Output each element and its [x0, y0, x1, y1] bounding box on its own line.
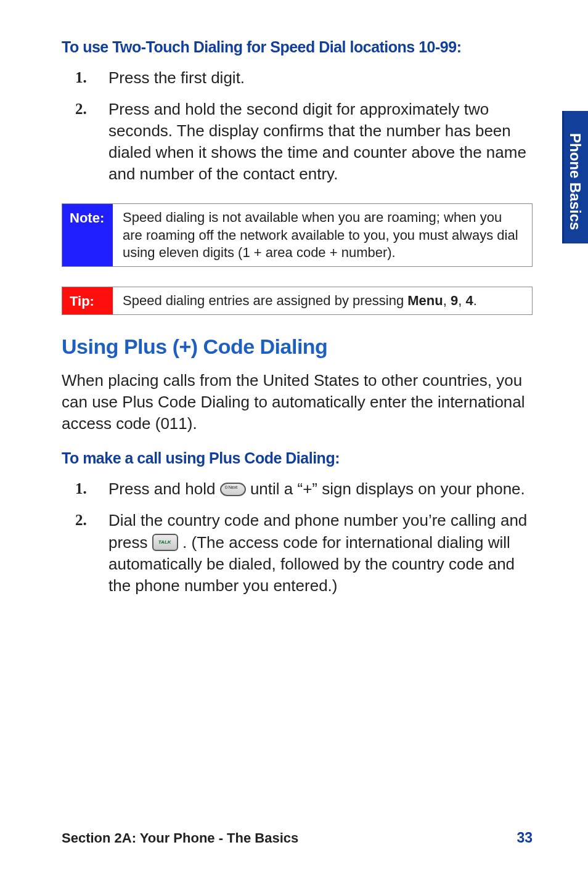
tip-prefix: Speed dialing entries are assigned by pr… [123, 293, 407, 308]
tip-sep2: , [458, 293, 465, 308]
talk-key-icon: TALK [152, 534, 178, 551]
steps-list-1: Press the first digit. Press and hold th… [75, 67, 533, 185]
step-1-1: Press the first digit. [75, 67, 533, 89]
step-2-1-b: until a “+” sign displays on your phone. [250, 480, 525, 498]
subheading-plus-code: To make a call using Plus Code Dialing: [62, 449, 533, 467]
step-2-1: Press and hold 0 Next until a “+” sign d… [75, 478, 533, 500]
talk-key-label: TALK [158, 539, 171, 546]
footer-page-number: 33 [517, 830, 533, 846]
tip-callout: Tip: Speed dialing entries are assigned … [62, 287, 533, 315]
tip-tag: Tip: [62, 287, 113, 314]
page-content: Phone Basics To use Two-Touch Dialing fo… [0, 0, 588, 882]
step-2-2: Dial the country code and phone number y… [75, 510, 533, 596]
zero-key-icon: 0 Next [220, 483, 246, 496]
subheading-two-touch: To use Two-Touch Dialing for Speed Dial … [62, 38, 533, 56]
tip-bold-4: 4 [465, 293, 473, 308]
page-footer: Section 2A: Your Phone - The Basics 33 [62, 830, 533, 846]
intro-para: When placing calls from the United State… [62, 370, 533, 435]
side-tab: Phone Basics [562, 111, 588, 243]
tip-sep1: , [443, 293, 451, 308]
tip-bold-9: 9 [451, 293, 458, 308]
tip-suffix: . [473, 293, 477, 308]
note-callout: Note: Speed dialing is not available whe… [62, 203, 533, 266]
steps-list-2: Press and hold 0 Next until a “+” sign d… [75, 478, 533, 596]
footer-section: Section 2A: Your Phone - The Basics [62, 830, 298, 846]
tip-body: Speed dialing entries are assigned by pr… [113, 287, 532, 314]
note-body: Speed dialing is not available when you … [113, 204, 532, 266]
zero-key-label: 0 Next [225, 484, 237, 491]
tip-bold-menu: Menu [407, 293, 443, 308]
step-2-1-a: Press and hold [108, 480, 220, 498]
step-1-2: Press and hold the second digit for appr… [75, 99, 533, 185]
note-tag: Note: [62, 204, 113, 266]
section-title: Using Plus (+) Code Dialing [62, 335, 533, 359]
